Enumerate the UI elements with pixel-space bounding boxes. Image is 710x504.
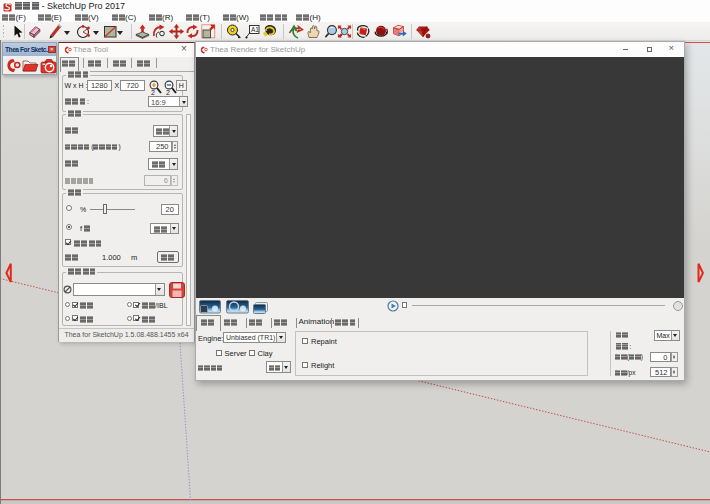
svg-text:2: 2 (166, 88, 170, 95)
svg-text:2: 2 (151, 88, 155, 95)
